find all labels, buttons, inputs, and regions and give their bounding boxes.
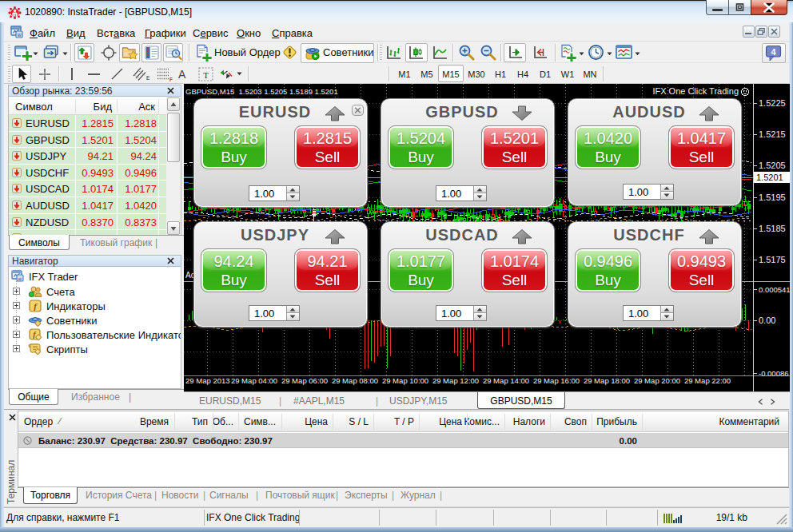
svg-text:29 Мар 2013: 29 Мар 2013 — [185, 376, 230, 385]
svg-text:29 Мар 10:00: 29 Мар 10:00 — [382, 376, 428, 385]
svg-text:29 Мар 04:00: 29 Мар 04:00 — [231, 376, 277, 385]
svg-text:w: w — [18, 276, 22, 281]
svg-text:F: F — [169, 77, 173, 82]
svg-text:1.5175: 1.5175 — [759, 255, 786, 264]
svg-text:29 Мар 16:00: 29 Мар 16:00 — [533, 376, 580, 385]
svg-text:IFX One Click Trading: IFX One Click Trading — [652, 86, 739, 96]
svg-text:29 Мар 20:00: 29 Мар 20:00 — [634, 376, 680, 385]
svg-text:0.000541: 0.000541 — [759, 285, 790, 294]
svg-text:GBPUSD,M15 1.5203 1.5205 1.51: GBPUSD,M15 1.5203 1.5205 1.5189 1.5201 — [185, 87, 338, 96]
svg-text:1.5215: 1.5215 — [759, 129, 786, 139]
svg-text:1.5225: 1.5225 — [759, 98, 786, 108]
svg-text:0.00: 0.00 — [759, 316, 775, 325]
svg-text:1.5205: 1.5205 — [759, 161, 786, 170]
svg-text:29 Мар 14:00: 29 Мар 14:00 — [483, 376, 529, 385]
svg-text:29 Мар 06:00: 29 Мар 06:00 — [281, 376, 328, 385]
svg-text:29 Мар 22:00: 29 Мар 22:00 — [684, 376, 731, 385]
svg-text:E: E — [146, 75, 150, 81]
svg-text:T: T — [203, 70, 209, 80]
svg-text:29 Мар 12:00: 29 Мар 12:00 — [432, 376, 479, 385]
svg-text:1.5201: 1.5201 — [756, 173, 783, 182]
svg-text:1.5185: 1.5185 — [759, 224, 786, 233]
svg-text:1.5195: 1.5195 — [759, 193, 786, 202]
svg-text:-0.00086: -0.00086 — [759, 369, 789, 378]
svg-text:29 Мар 08:00: 29 Мар 08:00 — [332, 376, 378, 385]
svg-text:29 Мар 18:00: 29 Мар 18:00 — [584, 376, 630, 385]
svg-text:4: 4 — [771, 47, 776, 57]
svg-text:w: w — [17, 32, 22, 38]
